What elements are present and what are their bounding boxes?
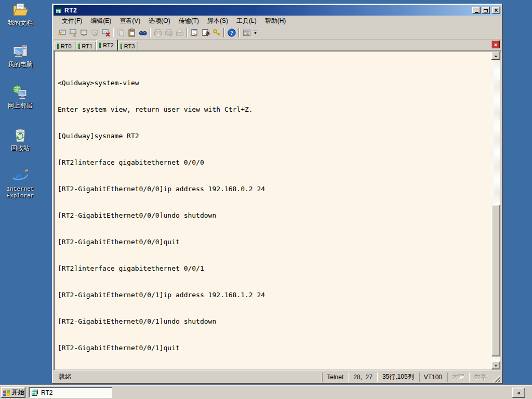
toolbar-separator	[223, 28, 224, 37]
menu-view[interactable]: 查看(V)	[115, 16, 144, 26]
toolbar: ? ▾	[54, 26, 501, 39]
resize-grip[interactable]	[493, 375, 500, 382]
terminal-line: [RT2-GigabitEthernet0/0/0]ip address 192…	[58, 184, 491, 193]
connect-icon[interactable]	[68, 28, 78, 38]
internet-explorer-icon: e	[11, 167, 29, 185]
close-icon: ×	[494, 7, 498, 14]
close-icon: ×	[494, 42, 497, 48]
terminal-line: [RT2-GigabitEthernet0/0/1]ip address 192…	[58, 290, 491, 299]
scroll-thumb[interactable]	[491, 205, 500, 356]
terminal-line: [RT2-GigabitEthernet0/0/0]quit	[58, 237, 491, 246]
desktop-icon-my-documents[interactable]: 我的文档	[4, 1, 36, 26]
close-button[interactable]: ×	[492, 7, 500, 14]
app-icon	[55, 7, 62, 14]
taskbar: 开始 RT2 «	[0, 385, 532, 399]
connected-led-icon	[57, 44, 59, 49]
desktop: 我的文档 我的电脑 网上邻居	[0, 0, 532, 399]
svg-text:e: e	[16, 168, 22, 183]
terminal-line: [RT2-GigabitEthernet0/0/1]undo shutdown	[58, 317, 491, 326]
task-label: RT2	[41, 389, 52, 396]
tab-close-button[interactable]: ×	[491, 41, 500, 48]
session-options-icon[interactable]	[200, 28, 211, 38]
my-documents-icon	[11, 1, 29, 19]
terminal-line: [RT2-GigabitEthernet0/0/1]quit	[58, 343, 491, 352]
minimize-icon	[475, 12, 478, 13]
menu-options[interactable]: 选项(O)	[144, 16, 174, 26]
menu-tools[interactable]: 工具(L)	[232, 16, 261, 26]
toolbar-separator	[187, 28, 188, 37]
windows-logo-icon	[3, 389, 10, 396]
desktop-icon-label: 我的电脑	[4, 61, 36, 68]
paste-icon[interactable]	[126, 28, 137, 38]
taskbar-chevron-button[interactable]: «	[512, 388, 525, 398]
vertical-scrollbar[interactable]: ▲ ▼	[491, 51, 500, 369]
svg-text:?: ?	[230, 30, 233, 36]
tab-rt1[interactable]: RT1	[76, 42, 97, 50]
new-session-icon[interactable]	[78, 28, 89, 38]
connected-led-icon	[121, 44, 122, 49]
window-titlebar[interactable]: RT2 ×	[54, 5, 501, 16]
menu-help[interactable]: 帮助(H)	[261, 16, 290, 26]
app-icon	[31, 389, 38, 396]
status-ready: 就绪	[55, 373, 321, 382]
connected-led-icon	[78, 44, 80, 49]
status-cursor-position: 28, 27	[349, 373, 377, 382]
maximize-button[interactable]	[482, 7, 490, 14]
status-bar: 就绪 Telnet 28, 27 35行,105列 VT100 大写 数字	[54, 370, 501, 382]
window-title: RT2	[64, 7, 471, 14]
terminal-pane: <Quidway>system-view Enter system view, …	[54, 50, 501, 370]
quick-connect-icon[interactable]	[57, 28, 68, 38]
desktop-icon-recycle-bin[interactable]: 回收站	[4, 126, 36, 152]
app-dialog-icon[interactable]	[241, 28, 252, 38]
toolbar-overflow-icon[interactable]: ▾	[254, 31, 257, 34]
status-emulation: VT100	[419, 373, 446, 382]
desktop-icon-label: Internet Explorer	[4, 186, 36, 200]
print-setup-icon[interactable]	[174, 28, 185, 38]
find-icon[interactable]	[137, 28, 148, 38]
start-label: 开始	[12, 388, 24, 397]
keymap-icon[interactable]	[211, 28, 222, 38]
desktop-icon-internet-explorer[interactable]: e Internet Explorer	[4, 167, 36, 200]
securecrt-window: RT2 × 文件(F) 编辑(E) 查看(V) 选项(O) 传输(T) 脚本(S…	[52, 4, 503, 384]
reconnect-icon[interactable]	[89, 28, 100, 38]
connected-led-icon	[99, 43, 101, 48]
disconnect-icon[interactable]	[100, 28, 111, 38]
desktop-icon-label: 网上邻居	[4, 102, 36, 109]
tab-rt2-active[interactable]: RT2	[97, 39, 117, 50]
copy-icon[interactable]	[115, 28, 126, 38]
taskbar-task-rt2[interactable]: RT2	[29, 387, 112, 398]
scroll-down-button[interactable]: ▼	[491, 361, 500, 369]
desktop-icon-my-computer[interactable]: 我的电脑	[4, 43, 36, 68]
desktop-icon-label: 我的文档	[4, 20, 36, 26]
toolbar-separator	[150, 28, 151, 37]
desktop-icon-network-places[interactable]: 网上邻居	[4, 84, 36, 109]
status-protocol: Telnet	[322, 373, 348, 382]
my-computer-icon	[11, 43, 29, 60]
toolbar-separator	[238, 28, 240, 37]
terminal-line: [RT2-GigabitEthernet0/0/0]undo shutdown	[58, 211, 491, 220]
tab-rt0[interactable]: RT0	[55, 42, 75, 50]
print-icon[interactable]	[152, 28, 163, 38]
tab-rt3[interactable]: RT3	[118, 42, 139, 50]
start-button[interactable]: 开始	[1, 387, 25, 398]
menu-bar: 文件(F) 编辑(E) 查看(V) 选项(O) 传输(T) 脚本(S) 工具(L…	[54, 16, 501, 26]
print-preview-icon[interactable]	[163, 28, 174, 38]
menu-transfer[interactable]: 传输(T)	[175, 16, 203, 26]
desktop-icon-label: 回收站	[4, 145, 36, 152]
terminal-output[interactable]: <Quidway>system-view Enter system view, …	[55, 51, 491, 369]
help-icon[interactable]: ?	[226, 28, 237, 38]
status-num-lock: 数字	[470, 373, 491, 382]
terminal-line: [Quidway]sysname RT2	[58, 131, 491, 140]
minimize-button[interactable]	[472, 7, 481, 14]
scroll-up-button[interactable]: ▲	[491, 51, 500, 60]
chevron-left-icon: «	[517, 390, 520, 396]
status-caps-lock: 大写	[447, 373, 469, 382]
terminal-line: <Quidway>system-view	[58, 78, 491, 87]
menu-file[interactable]: 文件(F)	[58, 16, 86, 26]
menu-edit[interactable]: 编辑(E)	[86, 16, 115, 26]
menu-script[interactable]: 脚本(S)	[203, 16, 232, 26]
status-screen-size: 35行,105列	[378, 373, 418, 382]
properties-icon[interactable]	[189, 28, 200, 38]
terminal-line: [RT2]interface gigabitethernet 0/0/1	[58, 264, 491, 273]
toolbar-separator	[113, 28, 114, 37]
